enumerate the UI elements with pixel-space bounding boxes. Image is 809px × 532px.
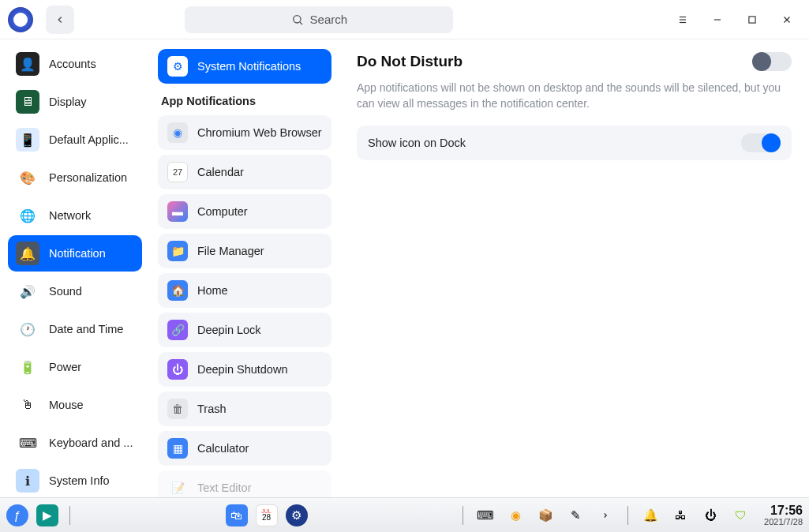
do-not-disturb-title: Do Not Disturb — [357, 53, 463, 70]
sidebar-item-mouse[interactable]: 🖱Mouse — [8, 387, 142, 423]
taskbar-terminal-icon[interactable]: ▶ — [36, 504, 58, 526]
sidebar-item-label: Power — [49, 361, 81, 373]
sidebar-item-label: Date and Time — [49, 323, 123, 335]
app-item-label: File Manager — [197, 245, 264, 257]
sidebar-item-notification[interactable]: 🔔Notification — [8, 235, 142, 272]
sidebar-item-label: Display — [49, 96, 87, 108]
search-placeholder: Search — [310, 13, 348, 26]
search-input[interactable]: Search — [185, 6, 453, 33]
sidebar-item-sound[interactable]: 🔊Sound — [8, 273, 142, 309]
taskbar-clock[interactable]: 17:56 2021/7/28 — [764, 504, 803, 527]
app-item-calculator[interactable]: ▦Calculator — [158, 431, 331, 466]
taskbar-tray-icon-2[interactable]: ◉ — [504, 504, 526, 526]
accounts-icon: 👤 — [16, 52, 39, 76]
taskbar-tray-icon-3[interactable]: 📦 — [534, 504, 556, 526]
sidebar-item-accounts[interactable]: 👤Accounts — [8, 46, 142, 82]
close-button[interactable] — [779, 12, 795, 28]
sidebar-item-power[interactable]: 🔋Power — [8, 349, 142, 385]
taskbar-power-icon[interactable]: ⏻ — [699, 504, 721, 526]
sidebar-item-label: Notification — [49, 247, 106, 260]
app-item-editor[interactable]: 📝Text Editor — [158, 470, 331, 497]
sidebar-item-network[interactable]: 🌐Network — [8, 197, 142, 234]
app-item-filemanager[interactable]: 📁File Manager — [158, 234, 331, 268]
app-item-computer[interactable]: ▬Computer — [158, 194, 331, 229]
taskbar-calendar-icon[interactable]: JUL28 — [256, 504, 278, 526]
sidebar-item-default-apps[interactable]: 📱Default Applic... — [8, 122, 142, 158]
app-item-chromium[interactable]: ◉Chromium Web Browser — [158, 115, 331, 150]
sound-icon: 🔊 — [16, 279, 39, 303]
sidebar: 👤Accounts 🖥Display 📱Default Applic... 🎨P… — [0, 39, 150, 497]
close-icon — [781, 14, 792, 25]
shutdown-icon: ⏻ — [167, 359, 188, 380]
app-item-label: Calculator — [197, 442, 249, 455]
app-item-lock[interactable]: 🔗Deepin Lock — [158, 313, 331, 347]
keyboard-icon: ⌨ — [16, 431, 39, 455]
taskbar-tray-icon-5[interactable]: 🛡 — [729, 504, 751, 526]
app-item-label: Deepin Lock — [197, 324, 261, 336]
taskbar-tray-icon-4[interactable]: ✎ — [564, 504, 586, 526]
sidebar-item-label: Sound — [49, 285, 82, 298]
app-item-trash[interactable]: 🗑Trash — [158, 392, 331, 426]
settings-window: Search 👤Accounts 🖥Display 📱Default Appli… — [0, 0, 809, 497]
minimize-icon — [712, 14, 723, 25]
home-icon: 🏠 — [167, 280, 188, 301]
taskbar-fedora-icon[interactable]: ƒ — [6, 504, 28, 526]
network-icon: 🌐 — [16, 204, 39, 227]
taskbar-tray-expand-icon[interactable] — [594, 504, 616, 526]
back-button[interactable] — [46, 6, 74, 34]
sidebar-item-label: System Info — [49, 474, 110, 487]
titlebar: Search — [0, 0, 809, 39]
app-item-label: Home — [197, 284, 228, 297]
svg-rect-6 — [749, 16, 755, 22]
app-notifications-header: App Notifications — [161, 95, 331, 107]
maximize-button[interactable] — [744, 12, 760, 28]
minimize-button[interactable] — [710, 12, 725, 28]
taskbar-notification-icon[interactable]: 🔔 — [639, 504, 661, 526]
mouse-icon: 🖱 — [16, 393, 39, 417]
sidebar-item-label: Mouse — [49, 399, 84, 411]
battery-icon: 🔋 — [16, 355, 39, 379]
sidebar-item-label: Keyboard and ... — [49, 436, 133, 449]
svg-point-0 — [293, 15, 300, 22]
notification-source-list: ⚙ System Notifications App Notifications… — [150, 39, 339, 497]
clock-date: 2021/7/28 — [764, 517, 803, 526]
sidebar-item-label: Accounts — [49, 58, 96, 70]
app-item-label: Computer — [197, 205, 248, 218]
system-notifications-item[interactable]: ⚙ System Notifications — [158, 49, 331, 84]
sidebar-item-personalization[interactable]: 🎨Personalization — [8, 159, 142, 196]
clock-icon: 🕐 — [16, 317, 39, 341]
filemanager-icon: 📁 — [167, 241, 188, 261]
sidebar-item-label: Default Applic... — [49, 133, 129, 146]
menu-button[interactable] — [675, 12, 691, 28]
app-item-home[interactable]: 🏠Home — [158, 273, 331, 308]
sidebar-item-sysinfo[interactable]: ℹSystem Info — [8, 463, 142, 497]
show-icon-toggle[interactable] — [741, 133, 781, 152]
display-icon: 🖥 — [16, 90, 39, 114]
app-item-shutdown[interactable]: ⏻Deepin Shutdown — [158, 352, 331, 387]
sidebar-item-label: Network — [49, 209, 91, 222]
chevron-left-icon — [54, 14, 66, 25]
separator — [463, 506, 463, 525]
computer-icon: ▬ — [167, 201, 188, 222]
lock-icon: 🔗 — [167, 320, 188, 340]
sidebar-item-label: Personalization — [49, 171, 127, 184]
taskbar-network-icon[interactable]: 🖧 — [669, 504, 691, 526]
chromium-icon: ◉ — [167, 122, 188, 143]
app-item-label: Deepin Shutdown — [197, 363, 287, 376]
search-icon — [291, 13, 304, 26]
sidebar-item-display[interactable]: 🖥Display — [8, 84, 142, 120]
clock-time: 17:56 — [764, 504, 803, 518]
taskbar-settings-icon[interactable]: ⚙ — [286, 504, 308, 526]
do-not-disturb-toggle[interactable] — [752, 52, 792, 71]
taskbar-tray-icon-1[interactable]: ⌨ — [474, 504, 496, 526]
taskbar: ƒ ▶ 🛍 JUL28 ⚙ ⌨ ◉ 📦 ✎ 🔔 🖧 ⏻ 🛡 17:56 2021… — [0, 497, 809, 532]
app-logo-icon — [8, 7, 33, 32]
taskbar-app-store-icon[interactable]: 🛍 — [226, 504, 248, 526]
app-item-calendar[interactable]: 27Calendar — [158, 155, 331, 189]
sidebar-item-datetime[interactable]: 🕐Date and Time — [8, 311, 142, 347]
sidebar-item-keyboard[interactable]: ⌨Keyboard and ... — [8, 425, 142, 461]
do-not-disturb-description: App notifications will not be shown on d… — [357, 81, 792, 111]
app-item-label: Calendar — [197, 166, 244, 178]
content-pane: Do Not Disturb App notifications will no… — [339, 39, 809, 497]
trash-icon: 🗑 — [167, 399, 188, 419]
